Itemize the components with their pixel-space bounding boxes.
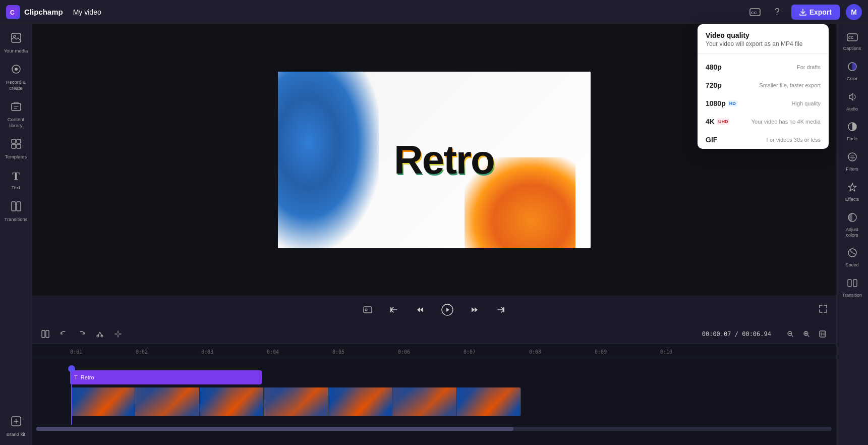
quality-option-1080p[interactable]: 1080p HD High quality: [698, 94, 829, 113]
quality-dropdown: Video quality Your video will export as …: [698, 24, 829, 149]
help-icon[interactable]: ?: [769, 4, 785, 20]
user-avatar[interactable]: M: [846, 4, 862, 20]
svg-rect-36: [853, 280, 857, 287]
video-thumb-7: [457, 387, 521, 416]
captions-icon[interactable]: CC: [747, 4, 763, 20]
svg-rect-10: [17, 139, 21, 143]
sidebar-item-record-create[interactable]: Record & create: [2, 60, 31, 95]
sidebar-item-text[interactable]: T Text: [2, 165, 31, 194]
sidebar-label-record-create: Record & create: [4, 79, 29, 91]
svg-point-32: [848, 153, 856, 161]
svg-rect-20: [503, 307, 504, 312]
zoom-controls: [783, 327, 830, 341]
quality-label-gif: GIF: [706, 136, 717, 144]
right-sidebar-item-fade[interactable]: Fade: [838, 118, 867, 146]
your-media-icon: [11, 32, 22, 46]
video-thumb-1: [71, 387, 135, 416]
svg-text:C: C: [10, 9, 15, 16]
text-track[interactable]: T Retro: [70, 370, 262, 384]
color-panel-icon: [847, 62, 857, 74]
svg-point-17: [365, 309, 367, 311]
quality-option-4k[interactable]: 4K UHD Your video has no 4K media: [698, 113, 829, 131]
content-library-icon: [11, 101, 22, 115]
right-sidebar-item-transition[interactable]: Transition: [838, 274, 867, 302]
svg-rect-11: [12, 144, 16, 148]
sidebar-item-brand[interactable]: Brand kit: [2, 412, 31, 441]
split-clips-button[interactable]: [38, 327, 52, 341]
uhd-badge: UHD: [717, 119, 730, 125]
app-logo[interactable]: C Clipchamp: [6, 5, 63, 19]
ruler-mark-6: 0:07: [464, 349, 529, 356]
cut-button[interactable]: [93, 327, 107, 341]
sidebar-label-content-library: Content library: [4, 117, 29, 128]
expand-button[interactable]: [819, 304, 828, 316]
ruler-mark-9: 0:10: [660, 349, 726, 356]
right-sidebar-label-adjust-colors: Adjust colors: [840, 227, 865, 238]
right-sidebar-item-captions[interactable]: CC Captions: [838, 28, 867, 55]
sidebar-label-your-media: Your media: [4, 48, 28, 53]
ruler-mark-1: 0:02: [136, 349, 201, 356]
svg-rect-35: [848, 280, 851, 287]
quality-option-720p[interactable]: 720p Smaller file, faster export: [698, 76, 829, 94]
svg-text:CC: CC: [751, 11, 757, 15]
quality-header: Video quality Your video will export as …: [698, 24, 829, 49]
track-area: T Retro: [32, 368, 836, 425]
quality-divider: [698, 53, 829, 54]
right-sidebar-item-audio[interactable]: Audio: [838, 88, 867, 116]
play-button[interactable]: [437, 300, 457, 320]
quality-title: Video quality: [706, 31, 821, 39]
sidebar-item-templates[interactable]: Templates: [2, 134, 31, 163]
templates-icon: [11, 138, 22, 152]
redo-button[interactable]: [75, 327, 89, 341]
zoom-in-button[interactable]: [799, 327, 814, 341]
right-sidebar-item-color[interactable]: Color: [838, 58, 867, 86]
preview-toggle-button[interactable]: [359, 301, 377, 319]
right-sidebar: CC Captions Color Audio Fade Fi: [836, 24, 868, 445]
retro-text: Retro: [394, 140, 494, 180]
ruler-mark-7: 0:08: [529, 349, 595, 356]
svg-rect-12: [17, 144, 21, 148]
ruler-mark-4: 0:05: [332, 349, 398, 356]
timeline-scrollbar-thumb[interactable]: [36, 427, 513, 431]
video-track[interactable]: [71, 387, 521, 416]
speed-panel-icon: [847, 248, 857, 260]
right-sidebar-item-filters[interactable]: Filters: [838, 148, 867, 176]
timeline-tracks-wrapper: 0:01 0:02 0:03 0:04 0:05 0:06 0:07 0:08 …: [32, 344, 836, 425]
timeline-scrollbar[interactable]: [36, 427, 832, 431]
undo-button[interactable]: [56, 327, 71, 341]
right-sidebar-item-speed[interactable]: Speed: [838, 244, 867, 272]
audio-panel-icon: [847, 92, 857, 104]
quality-desc-480p: For drafts: [797, 64, 821, 70]
playhead[interactable]: [71, 368, 72, 425]
svg-rect-18: [390, 307, 391, 312]
quality-option-480p[interactable]: 480p For drafts: [698, 58, 829, 76]
right-sidebar-item-effects[interactable]: Effects: [838, 178, 867, 206]
zoom-out-button[interactable]: [783, 327, 797, 341]
timeline-ruler: 0:01 0:02 0:03 0:04 0:05 0:06 0:07 0:08 …: [32, 344, 836, 356]
fit-timeline-button[interactable]: [816, 327, 830, 341]
video-thumb-3: [200, 387, 264, 416]
skip-forward-button[interactable]: [492, 301, 510, 319]
quality-label-4k: 4K UHD: [706, 118, 729, 126]
rewind-button[interactable]: [411, 301, 429, 319]
quality-label-1080p: 1080p HD: [706, 99, 737, 107]
skip-back-button[interactable]: [385, 301, 403, 319]
quality-option-gif[interactable]: GIF For videos 30s or less: [698, 131, 829, 149]
quality-desc-gif: For videos 30s or less: [766, 137, 821, 143]
export-button[interactable]: Export: [791, 5, 840, 20]
right-sidebar-label-captions: Captions: [843, 46, 861, 51]
video-title-input[interactable]: [69, 6, 165, 18]
svg-rect-14: [17, 202, 21, 211]
magnetic-snap-button[interactable]: [111, 327, 125, 341]
fade-panel-icon: [847, 122, 857, 134]
sidebar-label-brand: Brand kit: [7, 431, 26, 437]
fast-forward-button[interactable]: [466, 301, 484, 319]
quality-label-720p: 720p: [706, 81, 722, 89]
sidebar-item-content-library[interactable]: Content library: [2, 97, 31, 132]
brand-icon: [11, 416, 22, 429]
sidebar-item-your-media[interactable]: Your media: [2, 28, 31, 58]
sidebar-item-transitions[interactable]: Transitions: [2, 197, 31, 226]
video-thumb-2: [135, 387, 199, 416]
right-sidebar-item-adjust-colors[interactable]: Adjust colors: [838, 208, 867, 242]
preview-canvas: Retro Retro: [278, 72, 591, 248]
